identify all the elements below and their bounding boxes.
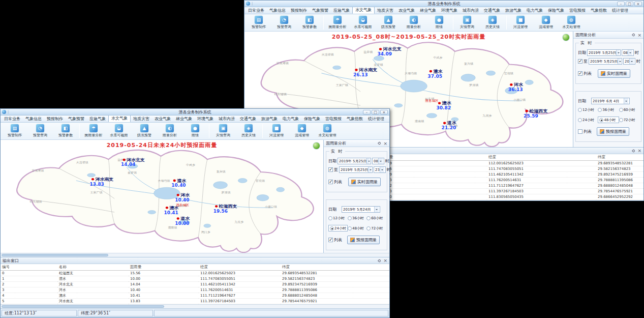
- toolbar-button-预警查询[interactable]: ◔预警查询: [27, 124, 53, 138]
- toolbar-button-面雨量分析[interactable]: ☂面雨量分析: [325, 16, 350, 30]
- station-marker-涔水北支[interactable]: [123, 159, 126, 161]
- radio-60小时[interactable]: 60小时: [619, 107, 639, 112]
- forecast-list-checkbox[interactable]: [328, 238, 333, 242]
- radio-12小时[interactable]: 12小时: [328, 216, 348, 221]
- pin-icon[interactable]: [378, 141, 381, 145]
- chevron-down-icon[interactable]: [380, 167, 384, 172]
- to-checkbox[interactable]: [328, 167, 333, 172]
- station-marker-涔水北支[interactable]: [379, 48, 382, 50]
- toolbar-button-防汛预警[interactable]: ▲防汛预警: [132, 124, 157, 138]
- radio-48小时[interactable]: 48小时: [348, 225, 366, 232]
- end-hour-select[interactable]: 20: [623, 58, 635, 65]
- menu-tab-环境气象[interactable]: 环境气象: [439, 7, 460, 14]
- realtime-rainfall-button[interactable]: 实时面雨量: [598, 69, 630, 78]
- map-locate-button[interactable]: [562, 34, 570, 41]
- radio-12小时[interactable]: 12小时: [578, 107, 598, 112]
- menu-tab-交通气象[interactable]: 交通气象: [481, 7, 503, 14]
- menu-tab-环境气象[interactable]: 环境气象: [195, 115, 216, 122]
- station-marker-涔水南支[interactable]: [355, 69, 357, 71]
- table-row[interactable]: 4澹水10.41111.71121964762729.6888012485048: [1, 293, 389, 298]
- menu-tab-地质灾害[interactable]: 地质灾害: [131, 115, 152, 122]
- toolbar-button-雨量分析[interactable]: ◐雨量分析: [157, 124, 182, 138]
- toolbar-button-灾情查询[interactable]: ▣灾情查询: [454, 16, 480, 30]
- forecast-date-select[interactable]: 2019年 5月24日: [342, 206, 380, 213]
- toolbar-button-水库可视雨[interactable]: ◒水库可视雨: [350, 16, 376, 30]
- end-hour-select[interactable]: 23: [374, 166, 386, 173]
- station-marker-松滋西支[interactable]: [215, 205, 218, 208]
- close-icon[interactable]: ×: [383, 141, 387, 146]
- column-header-面雨量[interactable]: 面雨量: [380, 154, 487, 160]
- forecast-date-select[interactable]: 2019年 6月 4日: [591, 98, 630, 104]
- table-row[interactable]: 2涔水北支14.04111.46210541134229.89234752169…: [1, 281, 389, 287]
- radio-48小时[interactable]: 48小时: [598, 117, 619, 123]
- column-header-面雨量[interactable]: 面雨量: [129, 264, 199, 270]
- menu-tab-气象信息[interactable]: 气象信息: [23, 115, 44, 122]
- radio-72小时[interactable]: 72小时: [366, 225, 385, 232]
- menu-tab-预报制作[interactable]: 预报制作: [44, 115, 66, 122]
- column-header-纬度[interactable]: 纬度: [596, 154, 643, 160]
- radio-36小时[interactable]: 36小时: [348, 216, 366, 221]
- menu-tab-应急气象[interactable]: 应急气象: [331, 7, 352, 14]
- station-marker-澹水[interactable]: [438, 102, 441, 104]
- pin-icon[interactable]: [632, 149, 635, 152]
- column-header-名称[interactable]: 名称: [57, 264, 129, 270]
- table-row[interactable]: 1澧水10.00111.74708305505129.582156374823: [1, 276, 389, 281]
- chevron-down-icon[interactable]: [616, 50, 619, 55]
- toolbar-button-预警制作[interactable]: ▤预警制作: [2, 124, 27, 138]
- column-header-经度[interactable]: 经度: [487, 154, 596, 160]
- forecast-rainfall-button[interactable]: 预报面雨量: [347, 236, 380, 244]
- toolbar-button-河流管理[interactable]: ■河流管理: [508, 16, 533, 30]
- menu-tab-气象信息[interactable]: 气象信息: [267, 7, 288, 14]
- station-marker-道水[interactable]: [443, 122, 446, 124]
- map-area[interactable]: 涔水北支14.04涔水南支13.83澧水10.40涔水10.40澹水10.41松…: [1, 140, 323, 253]
- toolbar-button-历史灾情[interactable]: ◈历史灾情: [480, 16, 505, 30]
- minimize-button[interactable]: –: [617, 2, 625, 6]
- toolbar-button-面雨量分析[interactable]: ☂面雨量分析: [81, 124, 106, 138]
- station-marker-道水[interactable]: [177, 217, 179, 220]
- menu-tab-雷电预报[interactable]: 雷电预报: [567, 7, 588, 14]
- map-locate-button[interactable]: [313, 142, 320, 150]
- chevron-down-icon[interactable]: [628, 50, 632, 55]
- chevron-down-icon[interactable]: [624, 98, 628, 104]
- close-button[interactable]: ×: [634, 2, 642, 6]
- menu-tab-统计管理[interactable]: 统计管理: [365, 115, 387, 122]
- menu-tab-电力气象[interactable]: 电力气象: [524, 7, 545, 14]
- minimize-button[interactable]: –: [363, 110, 371, 114]
- menu-tab-气象指数[interactable]: 气象指数: [588, 7, 609, 14]
- menu-tab-旅游气象[interactable]: 旅游气象: [503, 7, 524, 14]
- list-checkbox[interactable]: [578, 71, 582, 76]
- toolbar-button-水库可视雨[interactable]: ◒水库可视雨: [106, 124, 132, 138]
- list-checkbox[interactable]: [328, 180, 333, 184]
- table-horizontal-scrollbar[interactable]: [1, 304, 389, 308]
- station-marker-涔水南支[interactable]: [91, 178, 94, 181]
- toolbar-button-雨情[interactable]: ●雨情: [426, 16, 452, 30]
- toolbar-button-历史灾情[interactable]: ◈历史灾情: [236, 124, 261, 138]
- table-row[interactable]: 0松滋西支15.56112.00162562502329.68935485322…: [1, 270, 389, 276]
- maximize-button[interactable]: □: [372, 110, 379, 114]
- menu-tab-旅游气象[interactable]: 旅游气象: [259, 115, 280, 122]
- menu-tab-地质灾害[interactable]: 地质灾害: [375, 7, 396, 14]
- toolbar-button-防汛预警[interactable]: ▲防汛预警: [376, 16, 401, 30]
- chevron-down-icon[interactable]: [374, 207, 379, 212]
- menu-tab-农业气象[interactable]: 农业气象: [152, 115, 173, 122]
- to-checkbox[interactable]: [578, 59, 582, 64]
- menu-tab-预报制作[interactable]: 预报制作: [288, 7, 310, 14]
- menu-tab-应急气象[interactable]: 应急气象: [87, 115, 108, 122]
- radio-72小时[interactable]: 72小时: [619, 117, 639, 123]
- menu-tab-保险气象[interactable]: 保险气象: [301, 115, 323, 122]
- menu-tab-电力气象[interactable]: 电力气象: [280, 115, 301, 122]
- toolbar-button-雨量分析[interactable]: ◐雨量分析: [401, 16, 426, 30]
- close-icon[interactable]: ×: [637, 33, 641, 37]
- close-icon[interactable]: ×: [637, 149, 641, 153]
- station-marker-澧水[interactable]: [173, 180, 176, 182]
- toolbar-button-河流管理[interactable]: ■河流管理: [264, 124, 289, 138]
- toolbar-button-预警参数[interactable]: ◧预警参数: [297, 16, 322, 30]
- map-horizontal-scrollbar[interactable]: [1, 253, 389, 257]
- toolbar-button-水文站管理[interactable]: ◍水文站管理: [559, 16, 584, 30]
- station-marker-涔水[interactable]: [177, 194, 179, 196]
- titlebar[interactable]: | 澧县业务制作系统 – □ ×: [1, 109, 389, 115]
- chevron-down-icon[interactable]: [378, 158, 383, 164]
- menu-tab-农业气象[interactable]: 农业气象: [396, 7, 417, 14]
- menu-tab-交通气象[interactable]: 交通气象: [237, 115, 259, 122]
- chevron-down-icon[interactable]: [366, 158, 370, 164]
